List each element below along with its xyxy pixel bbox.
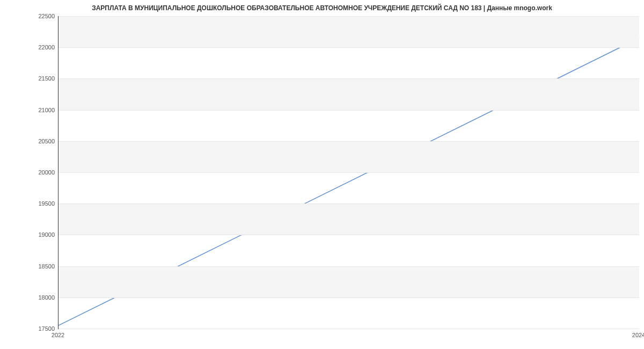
gridline [58,297,639,298]
gridline [58,16,639,17]
gridline [58,203,639,204]
y-tick-label: 22000 [28,44,55,50]
gridline [58,47,639,48]
y-tick-label: 21000 [28,107,55,113]
y-tick-label: 19500 [28,200,55,207]
y-tick-label: 21500 [28,75,55,82]
gridline [58,110,639,111]
x-tick-label: 2022 [52,332,64,338]
grid-band [58,78,639,110]
gridline [58,235,639,235]
grid-band [58,141,639,172]
gridline [58,172,639,173]
gridline [58,329,639,329]
chart-container: ЗАРПЛАТА В МУНИЦИПАЛЬНОЕ ДОШКОЛЬНОЕ ОБРА… [0,0,644,349]
grid-band [58,203,639,235]
y-tick-label: 20000 [28,169,55,176]
gridline [58,266,639,267]
gridline [58,78,639,79]
y-tick-label: 22500 [28,13,55,19]
y-tick-label: 18500 [28,263,55,270]
y-tick-label: 19000 [28,231,55,238]
grid-band [58,266,639,297]
grid-band [58,16,639,47]
gridline [58,141,639,142]
y-tick-label: 20500 [28,138,55,144]
y-tick-label: 17500 [28,325,55,332]
x-tick-label: 2024 [632,332,644,338]
y-tick-label: 18000 [28,294,55,301]
chart-title: ЗАРПЛАТА В МУНИЦИПАЛЬНОЕ ДОШКОЛЬНОЕ ОБРА… [0,0,644,14]
plot-area [58,16,639,329]
